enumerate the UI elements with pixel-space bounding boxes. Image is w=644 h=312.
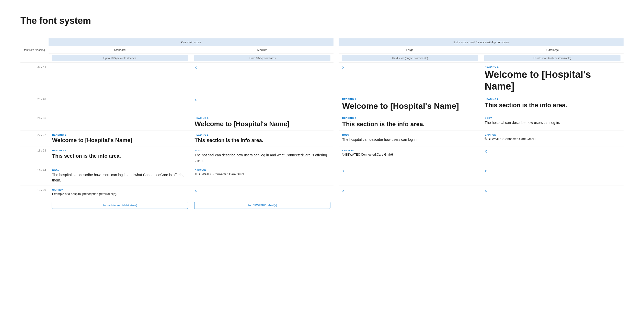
- table-row: 26 / 36HEADING 1Welcome to [Hospital's N…: [20, 114, 624, 131]
- cell-text-standard: Example of a hospital prescription (refe…: [52, 192, 188, 196]
- size-label: font size / leading: [20, 46, 49, 54]
- extra-section-header: Extra sizes used for accessibility purpo…: [339, 38, 624, 46]
- col-extralarge-header: Extralarge: [481, 46, 624, 54]
- cell-standard: CAPTIONExample of a hospital prescriptio…: [49, 186, 191, 199]
- table-row: 29 / 40XHEADING 1Welcome to [Hospital's …: [20, 95, 624, 114]
- row-size-label: 26 / 36: [20, 114, 49, 131]
- cell-text-medium: © BEWATEC Connected.Care GmbH: [195, 172, 330, 177]
- main-section-header: Our main sizes: [49, 38, 334, 46]
- cell-text-large: This section is the info area.: [342, 120, 478, 128]
- cell-large: X: [339, 63, 481, 95]
- cell-text-medium: Welcome to [Hospital's Name]: [195, 120, 330, 128]
- cell-large: CAPTION© BEWATEC Connected.Care GmbH: [339, 146, 481, 166]
- cell-medium: HEADING 1Welcome to [Hospital's Name]: [191, 114, 334, 131]
- cell-standard: BODYThe hospital can describe how users …: [49, 166, 191, 186]
- cell-standard: [49, 114, 191, 131]
- cell-extralarge: CAPTION© BEWATEC Connected.Care GmbH: [481, 131, 624, 146]
- mobile-sizes-button[interactable]: For mobile and tablet sizes): [52, 202, 188, 209]
- cell-medium: HEADING 2This section is the info area.: [191, 131, 334, 146]
- cell-standard: HEADING 1Welcome to [Hospital's Name]: [49, 131, 191, 146]
- cell-large: HEADING 1Welcome to [Hospital's Name]: [339, 95, 481, 114]
- cell-text-medium: This section is the info area.: [195, 137, 330, 144]
- row-size-label: 22 / 32: [20, 131, 49, 146]
- cell-text-extralarge: The hospital can describe how users can …: [485, 120, 620, 125]
- cell-text-large: The hospital can describe how users can …: [342, 137, 478, 142]
- col-large-sub: Third level (only customizable): [339, 54, 481, 63]
- cell-extralarge: HEADING 2This section is the info area.: [481, 95, 624, 114]
- cell-large: BODYThe hospital can describe how users …: [339, 131, 481, 146]
- cell-medium: X: [191, 95, 334, 114]
- row-size-label: 16 / 24: [20, 166, 49, 186]
- cell-extralarge: X: [481, 186, 624, 199]
- table-row: 16 / 24BODYThe hospital can describe how…: [20, 166, 624, 186]
- page-title: The font system: [20, 15, 624, 26]
- cell-medium: X: [191, 63, 334, 95]
- cell-standard: [49, 95, 191, 114]
- cell-large: HEADING 2This section is the info area.: [339, 114, 481, 131]
- cell-text-large: © BEWATEC Connected.Care GmbH: [342, 153, 478, 157]
- row-size-label: 18 / 28: [20, 146, 49, 166]
- col-large-header: Large: [339, 46, 481, 54]
- cell-text-standard: Welcome to [Hospital's Name]: [52, 137, 188, 144]
- cell-medium: X: [191, 186, 334, 199]
- cell-medium: BODYThe hospital can describe how users …: [191, 146, 334, 166]
- table-row: 22 / 32HEADING 1Welcome to [Hospital's N…: [20, 131, 624, 146]
- cell-text-extralarge: Welcome to [Hospital's Name]: [485, 69, 620, 92]
- cell-text-standard: The hospital can describe how users can …: [52, 172, 188, 183]
- row-size-label: 29 / 40: [20, 95, 49, 114]
- cell-large: X: [339, 186, 481, 199]
- cell-text-extralarge: This section is the info area.: [485, 101, 620, 109]
- cell-standard: [49, 63, 191, 95]
- col-medium-header: Medium: [191, 46, 334, 54]
- row-size-label: 33 / 44: [20, 63, 49, 95]
- table-row: 18 / 28HEADING 2This section is the info…: [20, 146, 624, 166]
- cell-text-large: Welcome to [Hospital's Name]: [342, 101, 478, 111]
- cell-text-standard: This section is the info area.: [52, 153, 188, 159]
- col-extralarge-sub: Fourth level (only customizable): [481, 54, 624, 63]
- cell-standard: HEADING 2This section is the info area.: [49, 146, 191, 166]
- cell-extralarge: HEADING 1Welcome to [Hospital's Name]: [481, 63, 624, 95]
- table-row: 33 / 44XXHEADING 1Welcome to [Hospital's…: [20, 63, 624, 95]
- cell-extralarge: BODYThe hospital can describe how users …: [481, 114, 624, 131]
- cell-medium: CAPTION© BEWATEC Connected.Care GmbH: [191, 166, 334, 186]
- cell-extralarge: X: [481, 166, 624, 186]
- row-size-label: 13 / 20: [20, 186, 49, 199]
- cell-text-medium: The hospital can describe how users can …: [195, 153, 330, 163]
- col-standard-header: Standard: [49, 46, 191, 54]
- cell-text-extralarge: © BEWATEC Connected.Care GmbH: [485, 137, 620, 141]
- tablet-sizes-button[interactable]: For BEWATEC tablet(s): [194, 202, 331, 209]
- cell-large: X: [339, 166, 481, 186]
- table-row: 13 / 20CAPTIONExample of a hospital pres…: [20, 186, 624, 199]
- col-medium-sub: From 1025px onwards: [191, 54, 334, 63]
- col-standard-sub: Up to 1024px width devices: [49, 54, 191, 63]
- cell-extralarge: X: [481, 146, 624, 166]
